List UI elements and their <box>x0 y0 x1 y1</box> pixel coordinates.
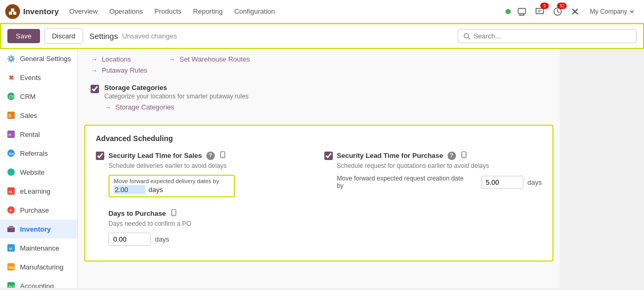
security-lead-sales-subtitle: Schedule deliveries earlier to avoid del… <box>108 162 314 169</box>
nav-operations[interactable]: Operations <box>104 4 148 18</box>
search-icon <box>463 33 470 40</box>
warehouse-routes-label: Set Warehouse Routes <box>180 55 250 63</box>
advanced-scheduling-title: Advanced Scheduling <box>96 134 542 143</box>
sidebar-label-accounting: Accounting <box>20 282 54 288</box>
main-content: → Locations → Putaway Rules → Set Wareho… <box>78 49 560 288</box>
topbar-right: 9 32 My Company <box>506 5 639 18</box>
set-warehouse-routes-link[interactable]: → Set Warehouse Routes <box>169 55 250 63</box>
app-logo[interactable]: Inventory <box>5 4 59 19</box>
sidebar-label-rental: Rental <box>20 131 40 138</box>
sales-icon: $ <box>6 111 16 120</box>
security-lead-sales-checkbox[interactable] <box>96 152 104 160</box>
advanced-scheduling-grid: Security Lead Time for Sales ? Schedule … <box>96 151 542 204</box>
days-to-purchase: Days to Purchase Days needed to confirm … <box>96 209 542 246</box>
activity-icon-btn[interactable]: 32 <box>551 5 564 18</box>
sidebar-label-manufacturing: Manufacturing <box>20 263 63 271</box>
days-to-purchase-header: Days to Purchase <box>96 209 542 218</box>
events-icon: ✖ <box>6 73 16 82</box>
security-lead-purchase-checkbox[interactable] <box>324 152 333 160</box>
storage-categories-row: Storage Categories Categorize your locat… <box>78 77 560 121</box>
security-lead-sales-mobile-icon[interactable] <box>219 151 226 160</box>
nav-configuration[interactable]: Configuration <box>229 4 280 18</box>
sidebar-item-events[interactable]: ✖ Events <box>0 68 77 87</box>
search-box[interactable] <box>458 29 637 43</box>
svg-text:P: P <box>9 208 12 213</box>
phone-icon-btn[interactable] <box>515 5 529 18</box>
putaway-rules-label: Putaway Rules <box>102 66 147 74</box>
sidebar-item-rental[interactable]: R Rental <box>0 125 77 144</box>
sidebar-item-purchase[interactable]: P Purchase <box>0 201 77 219</box>
putaway-rules-link[interactable]: → Putaway Rules <box>91 66 147 74</box>
security-lead-purchase-help-icon[interactable]: ? <box>448 152 456 160</box>
security-lead-sales-days-label: days <box>148 186 163 194</box>
purchase-icon: P <box>6 205 16 215</box>
left-links: → Locations → Putaway Rules <box>91 55 147 77</box>
svg-point-20 <box>7 168 15 176</box>
sidebar-label-crm: CRM <box>20 93 36 101</box>
sidebar-item-crm[interactable]: CRM CRM <box>0 87 77 106</box>
sidebar-item-inventory[interactable]: Inventory <box>0 219 77 238</box>
security-lead-purchase-mobile-icon[interactable] <box>460 151 468 160</box>
discard-button[interactable]: Discard <box>44 28 83 44</box>
nav-reporting[interactable]: Reporting <box>188 4 228 18</box>
security-lead-sales-header: Security Lead Time for Sales ? <box>96 151 314 160</box>
sidebar-label-maintenance: Maintenance <box>20 244 59 252</box>
company-selector[interactable]: My Company <box>586 6 639 17</box>
days-to-purchase-input[interactable] <box>108 233 151 246</box>
security-lead-purchase-input-label: Move forward expected request creation d… <box>337 175 472 189</box>
top-nav: Overview Operations Products Reporting C… <box>64 4 503 18</box>
arrow-icon-4: → <box>104 103 111 111</box>
svg-text:R: R <box>8 133 12 137</box>
activity-badge: 32 <box>557 3 567 9</box>
days-to-purchase-mobile-icon[interactable] <box>170 209 177 218</box>
storage-categories-info: Storage Categories Categorize your locat… <box>104 84 249 114</box>
sidebar-item-sales[interactable]: $ Sales <box>0 106 77 125</box>
nav-products[interactable]: Products <box>149 4 186 18</box>
sidebar-item-general-settings[interactable]: ⚙️ General Settings <box>0 49 77 68</box>
sidebar-item-website[interactable]: Website <box>0 163 77 182</box>
search-input[interactable] <box>473 32 631 40</box>
days-to-purchase-subtitle: Days needed to confirm a PO <box>108 220 542 227</box>
security-lead-purchase-title: Security Lead Time for Purchase <box>337 152 443 159</box>
locations-label: Locations <box>102 55 131 63</box>
sidebar-item-accounting[interactable]: Acc Accounting <box>0 276 77 288</box>
svg-rect-26 <box>9 226 13 228</box>
security-lead-sales-help-icon[interactable]: ? <box>206 152 215 160</box>
svg-rect-0 <box>9 12 12 15</box>
storage-categories-checkbox[interactable] <box>91 85 99 93</box>
right-panel <box>560 49 644 288</box>
topbar: Inventory Overview Operations Products R… <box>0 0 644 23</box>
storage-categories-link[interactable]: → Storage Categories <box>104 103 249 111</box>
days-to-purchase-title: Days to Purchase <box>108 209 166 217</box>
toolbar: Save Discard Settings Unsaved changes <box>0 23 644 49</box>
website-icon <box>6 167 16 177</box>
sidebar-label-referrals: Referrals <box>20 149 48 157</box>
sidebar-item-maintenance[interactable]: M Maintenance <box>0 238 77 257</box>
svg-rect-3 <box>518 8 526 14</box>
security-lead-sales: Security Lead Time for Sales ? Schedule … <box>96 151 314 204</box>
sidebar-item-manufacturing[interactable]: Mfg Manufacturing <box>0 257 77 276</box>
save-button[interactable]: Save <box>7 29 40 43</box>
page-title: Settings <box>90 32 118 41</box>
storage-categories-desc: Categorize your locations for smarter pu… <box>104 93 249 100</box>
nav-overview[interactable]: Overview <box>64 4 103 18</box>
locations-link[interactable]: → Locations <box>91 55 147 63</box>
svg-text:Acc: Acc <box>8 285 15 288</box>
svg-point-38 <box>173 214 174 215</box>
security-lead-purchase-input-row: Move forward expected request creation d… <box>337 175 542 189</box>
security-lead-purchase-input[interactable] <box>481 176 523 189</box>
security-lead-sales-input[interactable] <box>114 185 145 194</box>
close-icon-btn[interactable] <box>569 5 581 18</box>
sidebar-item-referrals[interactable]: Ref Referrals <box>0 144 77 163</box>
message-icon-btn[interactable]: 9 <box>533 5 547 18</box>
unsaved-changes-label: Unsaved changes <box>122 32 177 40</box>
sidebar-label-website: Website <box>20 168 45 176</box>
inventory-icon <box>6 224 16 234</box>
message-badge: 9 <box>540 3 549 9</box>
sidebar-label-purchase: Purchase <box>20 206 49 214</box>
elearning-icon: eL <box>6 186 16 196</box>
maintenance-icon: M <box>6 243 16 253</box>
svg-text:$: $ <box>8 113 11 118</box>
svg-text:M: M <box>9 246 13 251</box>
sidebar-item-elearning[interactable]: eL eLearning <box>0 182 77 201</box>
